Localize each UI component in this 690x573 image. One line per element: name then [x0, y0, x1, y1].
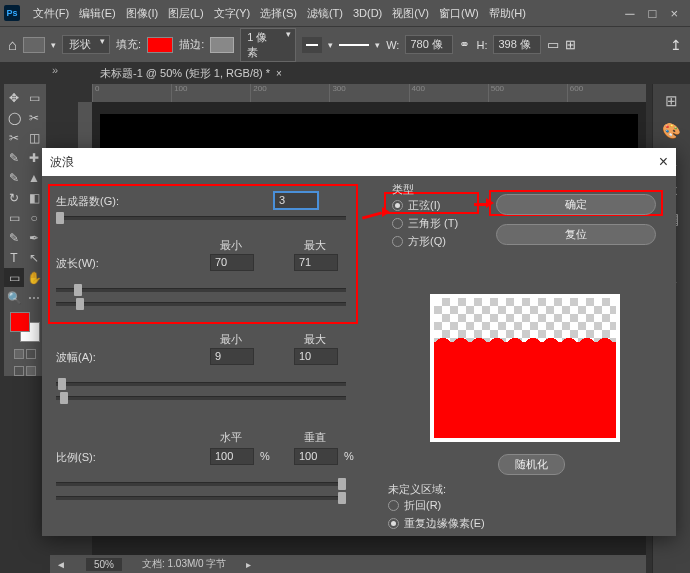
maximize-icon[interactable]: □ — [649, 6, 657, 21]
history-brush-tool[interactable]: ↻ — [4, 188, 24, 207]
dodge-tool[interactable]: ✎ — [4, 228, 24, 247]
share-icon[interactable]: ↥ — [670, 37, 682, 53]
lasso-tool[interactable]: ✂ — [24, 108, 44, 127]
tool-preset-icon[interactable] — [23, 37, 45, 53]
tab-close-icon[interactable]: × — [276, 68, 282, 79]
brush-tool[interactable]: ✎ — [4, 168, 24, 187]
align-icon[interactable]: ▭ — [547, 37, 559, 52]
menu-select[interactable]: 选择(S) — [255, 6, 302, 21]
eraser-tool[interactable]: ◧ — [24, 188, 44, 207]
combine-icon[interactable]: ⊞ — [565, 37, 576, 52]
rectangle-tool[interactable]: ▭ — [4, 268, 24, 287]
eyedropper-tool[interactable]: ✎ — [4, 148, 24, 167]
pen-tool[interactable]: ✒ — [24, 228, 44, 247]
wavelength-min-slider[interactable] — [56, 288, 346, 292]
generators-field[interactable]: 3 — [274, 192, 318, 209]
radio-square[interactable]: 方形(Q) — [392, 234, 458, 249]
amplitude-min-field[interactable]: 9 — [210, 348, 254, 365]
width-field[interactable]: 780 像 — [405, 35, 453, 54]
link-icon[interactable]: ⚭ — [459, 37, 470, 52]
scale-label: 比例(S): — [56, 450, 96, 465]
artboard-tool[interactable]: ▭ — [24, 88, 44, 107]
zoom-level[interactable]: 50% — [86, 558, 122, 571]
menu-window[interactable]: 窗口(W) — [434, 6, 484, 21]
fg-color[interactable] — [10, 312, 30, 332]
document-tabs: » 未标题-1 @ 50% (矩形 1, RGB/8) * × — [0, 62, 690, 84]
chevron-down-icon[interactable]: ▾ — [328, 40, 333, 50]
stroke-color-swatch[interactable] — [210, 37, 234, 53]
highlight-arrow — [474, 198, 492, 212]
frame-tool[interactable]: ◫ — [24, 128, 44, 147]
reset-button[interactable]: 复位 — [496, 224, 656, 245]
hand-tool[interactable]: ✋ — [24, 268, 44, 287]
canvas[interactable] — [100, 114, 638, 152]
fill-color-swatch[interactable] — [147, 37, 173, 53]
menu-image[interactable]: 图像(I) — [121, 6, 163, 21]
chevron-down-icon[interactable]: ▾ — [375, 40, 380, 50]
status-arrow-left[interactable]: ◄ — [56, 559, 66, 570]
menu-file[interactable]: 文件(F) — [28, 6, 74, 21]
menu-help[interactable]: 帮助(H) — [484, 6, 531, 21]
type-tool[interactable]: T — [4, 248, 24, 267]
color-swatches[interactable] — [10, 312, 40, 342]
quickmask-toggle[interactable] — [14, 349, 36, 359]
max-label: 最大 — [304, 238, 326, 253]
close-icon[interactable]: × — [670, 6, 678, 21]
chevron-down-icon[interactable]: ▾ — [51, 40, 56, 50]
amplitude-min-slider[interactable] — [56, 382, 346, 386]
radio-repeat[interactable]: 重复边缘像素(E) — [388, 516, 485, 531]
menu-edit[interactable]: 编辑(E) — [74, 6, 121, 21]
ok-button[interactable]: 确定 — [496, 194, 656, 215]
wavelength-min-field[interactable]: 70 — [210, 254, 254, 271]
home-icon[interactable]: ⌂ — [8, 36, 17, 53]
marquee-tool[interactable]: ◯ — [4, 108, 24, 127]
menu-3d[interactable]: 3D(D) — [348, 7, 387, 19]
move-tool[interactable]: ✥ — [4, 88, 24, 107]
amplitude-max-slider[interactable] — [56, 396, 346, 400]
undefined-label: 未定义区域: — [388, 482, 446, 497]
minimize-icon[interactable]: ─ — [625, 6, 634, 21]
stroke-style-icon[interactable] — [339, 44, 369, 46]
edit-toolbar[interactable]: ⋯ — [24, 288, 44, 307]
generators-slider[interactable] — [56, 216, 346, 220]
path-tool[interactable]: ↖ — [24, 248, 44, 267]
radio-wrap[interactable]: 折回(R) — [388, 498, 485, 513]
menu-view[interactable]: 视图(V) — [387, 6, 434, 21]
stamp-tool[interactable]: ▲ — [24, 168, 44, 187]
stroke-width-field[interactable]: 1 像素 — [240, 28, 296, 62]
gradient-tool[interactable]: ▭ — [4, 208, 24, 227]
crop-tool[interactable]: ✂ — [4, 128, 24, 147]
scale-v-slider[interactable] — [56, 496, 346, 500]
randomize-button[interactable]: 随机化 — [498, 454, 565, 475]
scale-h-slider[interactable] — [56, 482, 346, 486]
radio-sine[interactable]: 正弦(I) — [392, 198, 458, 213]
expand-tabs-icon[interactable]: » — [52, 64, 58, 76]
app-logo: Ps — [4, 5, 20, 21]
dialog-close-icon[interactable]: × — [659, 153, 668, 171]
wavelength-max-field[interactable]: 71 — [294, 254, 338, 271]
menu-layer[interactable]: 图层(L) — [163, 6, 208, 21]
wavelength-max-slider[interactable] — [56, 302, 346, 306]
dialog-titlebar[interactable]: 波浪 × — [42, 148, 676, 176]
blur-tool[interactable]: ○ — [24, 208, 44, 227]
wavelength-label: 波长(W): — [56, 256, 99, 271]
highlight-arrow — [362, 206, 388, 226]
amplitude-max-field[interactable]: 10 — [294, 348, 338, 365]
shape-mode-dropdown[interactable]: 形状 — [62, 35, 110, 54]
screenmode-toggle[interactable] — [14, 366, 36, 376]
status-arrow-right[interactable]: ▸ — [246, 559, 251, 570]
radio-triangle[interactable]: 三角形 (T) — [392, 216, 458, 231]
scale-v-field[interactable]: 100 — [294, 448, 338, 465]
menu-type[interactable]: 文字(Y) — [209, 6, 256, 21]
scale-h-field[interactable]: 100 — [210, 448, 254, 465]
zoom-tool[interactable]: 🔍 — [4, 288, 24, 307]
color-panel-icon[interactable]: 🎨 — [662, 122, 681, 140]
menu-filter[interactable]: 滤镜(T) — [302, 6, 348, 21]
height-field[interactable]: 398 像 — [493, 35, 541, 54]
width-label: W: — [386, 39, 399, 51]
undefined-radio-group: 折回(R) 重复边缘像素(E) — [388, 498, 485, 534]
stroke-align-icon[interactable] — [302, 37, 322, 53]
properties-panel-icon[interactable]: ⊞ — [665, 92, 678, 110]
healing-tool[interactable]: ✚ — [24, 148, 44, 167]
document-tab[interactable]: 未标题-1 @ 50% (矩形 1, RGB/8) * × — [92, 64, 290, 83]
